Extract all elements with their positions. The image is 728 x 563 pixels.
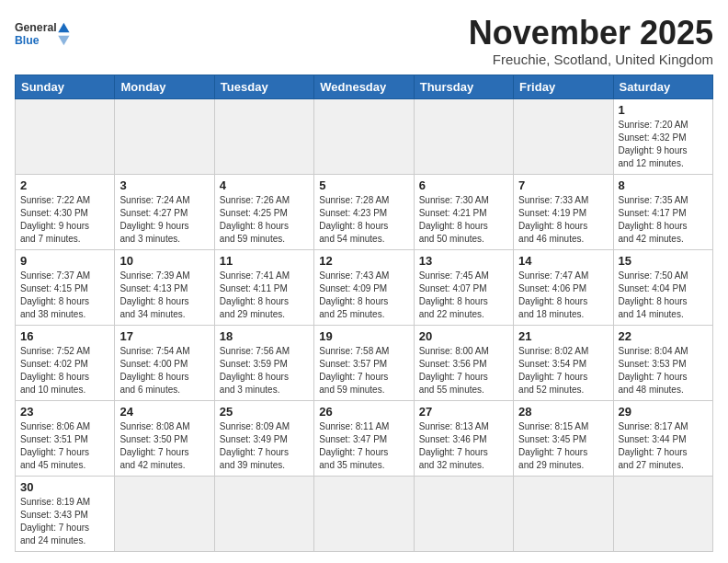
calendar-cell: 13Sunrise: 7:45 AM Sunset: 4:07 PM Dayli… (414, 249, 513, 325)
day-info: Sunrise: 7:50 AM Sunset: 4:04 PM Dayligh… (619, 270, 708, 321)
calendar-cell: 24Sunrise: 8:08 AM Sunset: 3:50 PM Dayli… (115, 400, 214, 476)
day-info: Sunrise: 8:02 AM Sunset: 3:54 PM Dayligh… (518, 345, 608, 396)
svg-text:Blue: Blue (15, 34, 40, 47)
calendar-cell (514, 98, 613, 174)
day-info: Sunrise: 7:52 AM Sunset: 4:02 PM Dayligh… (20, 345, 109, 396)
day-number: 25 (220, 405, 309, 419)
day-info: Sunrise: 7:24 AM Sunset: 4:27 PM Dayligh… (119, 194, 209, 246)
day-number: 7 (518, 178, 608, 192)
calendar-cell: 27Sunrise: 8:13 AM Sunset: 3:46 PM Dayli… (414, 400, 513, 476)
calendar-row-5: 30Sunrise: 8:19 AM Sunset: 3:43 PM Dayli… (16, 476, 713, 551)
day-info: Sunrise: 7:37 AM Sunset: 4:15 PM Dayligh… (20, 270, 109, 321)
calendar-cell: 3Sunrise: 7:24 AM Sunset: 4:27 PM Daylig… (115, 174, 214, 249)
day-info: Sunrise: 7:54 AM Sunset: 4:00 PM Dayligh… (119, 345, 209, 396)
calendar-cell: 2Sunrise: 7:22 AM Sunset: 4:30 PM Daylig… (16, 174, 115, 249)
day-info: Sunrise: 8:09 AM Sunset: 3:49 PM Dayligh… (220, 420, 309, 472)
day-info: Sunrise: 7:20 AM Sunset: 4:32 PM Dayligh… (619, 119, 708, 170)
calendar-cell: 14Sunrise: 7:47 AM Sunset: 4:06 PM Dayli… (514, 249, 613, 325)
svg-marker-3 (58, 36, 69, 46)
calendar-cell: 23Sunrise: 8:06 AM Sunset: 3:51 PM Dayli… (16, 400, 115, 476)
day-number: 10 (119, 254, 209, 268)
weekday-header-wednesday: Wednesday (314, 75, 414, 98)
calendar-cell (214, 98, 313, 174)
day-info: Sunrise: 7:58 AM Sunset: 3:57 PM Dayligh… (319, 345, 408, 396)
calendar-cell: 9Sunrise: 7:37 AM Sunset: 4:15 PM Daylig… (16, 249, 115, 325)
calendar-cell: 4Sunrise: 7:26 AM Sunset: 4:25 PM Daylig… (214, 174, 313, 249)
day-number: 29 (619, 405, 708, 419)
day-number: 5 (319, 178, 408, 192)
calendar-cell (115, 476, 214, 551)
weekday-header-row: SundayMondayTuesdayWednesdayThursdayFrid… (16, 75, 713, 98)
day-info: Sunrise: 8:11 AM Sunset: 3:47 PM Dayligh… (319, 420, 408, 472)
calendar-cell: 17Sunrise: 7:54 AM Sunset: 4:00 PM Dayli… (115, 325, 214, 400)
calendar-cell: 30Sunrise: 8:19 AM Sunset: 3:43 PM Dayli… (16, 476, 115, 551)
day-info: Sunrise: 8:06 AM Sunset: 3:51 PM Dayligh… (20, 420, 109, 472)
calendar-cell (613, 476, 712, 551)
day-number: 12 (319, 254, 408, 268)
calendar-cell: 15Sunrise: 7:50 AM Sunset: 4:04 PM Dayli… (613, 249, 712, 325)
calendar-row-1: 2Sunrise: 7:22 AM Sunset: 4:30 PM Daylig… (16, 174, 713, 249)
calendar-cell: 12Sunrise: 7:43 AM Sunset: 4:09 PM Dayli… (314, 249, 414, 325)
calendar-table: SundayMondayTuesdayWednesdayThursdayFrid… (15, 75, 713, 552)
day-number: 2 (20, 178, 109, 192)
day-info: Sunrise: 7:22 AM Sunset: 4:30 PM Dayligh… (20, 194, 109, 246)
day-number: 18 (220, 329, 309, 343)
day-number: 27 (419, 405, 508, 419)
calendar-row-3: 16Sunrise: 7:52 AM Sunset: 4:02 PM Dayli… (16, 325, 713, 400)
day-info: Sunrise: 8:00 AM Sunset: 3:56 PM Dayligh… (419, 345, 508, 396)
day-info: Sunrise: 7:28 AM Sunset: 4:23 PM Dayligh… (319, 194, 408, 246)
calendar-cell: 26Sunrise: 8:11 AM Sunset: 3:47 PM Dayli… (314, 400, 414, 476)
title-area: November 2025 Freuchie, Scotland, United… (469, 15, 713, 67)
month-title: November 2025 (469, 15, 713, 52)
page-header: General Blue November 2025 Freuchie, Sco… (15, 15, 713, 67)
weekday-header-sunday: Sunday (16, 75, 115, 98)
calendar-cell: 19Sunrise: 7:58 AM Sunset: 3:57 PM Dayli… (314, 325, 414, 400)
calendar-cell: 22Sunrise: 8:04 AM Sunset: 3:53 PM Dayli… (613, 325, 712, 400)
calendar-cell: 11Sunrise: 7:41 AM Sunset: 4:11 PM Dayli… (214, 249, 313, 325)
day-number: 26 (319, 405, 408, 419)
calendar-cell: 7Sunrise: 7:33 AM Sunset: 4:19 PM Daylig… (514, 174, 613, 249)
day-number: 15 (619, 254, 708, 268)
calendar-cell (115, 98, 214, 174)
day-number: 11 (220, 254, 309, 268)
calendar-row-2: 9Sunrise: 7:37 AM Sunset: 4:15 PM Daylig… (16, 249, 713, 325)
day-number: 9 (20, 254, 109, 268)
location-subtitle: Freuchie, Scotland, United Kingdom (469, 52, 713, 67)
weekday-header-thursday: Thursday (414, 75, 513, 98)
calendar-cell (414, 98, 513, 174)
calendar-cell (214, 476, 313, 551)
calendar-row-4: 23Sunrise: 8:06 AM Sunset: 3:51 PM Dayli… (16, 400, 713, 476)
day-info: Sunrise: 8:17 AM Sunset: 3:44 PM Dayligh… (619, 420, 708, 472)
calendar-cell (414, 476, 513, 551)
calendar-row-0: 1Sunrise: 7:20 AM Sunset: 4:32 PM Daylig… (16, 98, 713, 174)
svg-text:General: General (15, 21, 57, 34)
calendar-cell: 29Sunrise: 8:17 AM Sunset: 3:44 PM Dayli… (613, 400, 712, 476)
day-number: 19 (319, 329, 408, 343)
day-number: 4 (220, 178, 309, 192)
day-info: Sunrise: 8:04 AM Sunset: 3:53 PM Dayligh… (619, 345, 708, 396)
day-number: 14 (518, 254, 608, 268)
calendar-cell (16, 98, 115, 174)
day-info: Sunrise: 7:26 AM Sunset: 4:25 PM Dayligh… (220, 194, 309, 246)
calendar-cell (314, 98, 414, 174)
day-number: 30 (20, 480, 109, 494)
day-info: Sunrise: 7:56 AM Sunset: 3:59 PM Dayligh… (220, 345, 309, 396)
calendar-cell: 1Sunrise: 7:20 AM Sunset: 4:32 PM Daylig… (613, 98, 712, 174)
calendar-cell: 5Sunrise: 7:28 AM Sunset: 4:23 PM Daylig… (314, 174, 414, 249)
day-number: 3 (119, 178, 209, 192)
day-number: 16 (20, 329, 109, 343)
day-info: Sunrise: 7:45 AM Sunset: 4:07 PM Dayligh… (419, 270, 508, 321)
day-number: 22 (619, 329, 708, 343)
calendar-cell: 8Sunrise: 7:35 AM Sunset: 4:17 PM Daylig… (613, 174, 712, 249)
calendar-cell: 28Sunrise: 8:15 AM Sunset: 3:45 PM Dayli… (514, 400, 613, 476)
day-info: Sunrise: 8:15 AM Sunset: 3:45 PM Dayligh… (518, 420, 608, 472)
calendar-cell: 16Sunrise: 7:52 AM Sunset: 4:02 PM Dayli… (16, 325, 115, 400)
day-number: 13 (419, 254, 508, 268)
day-info: Sunrise: 7:47 AM Sunset: 4:06 PM Dayligh… (518, 270, 608, 321)
day-number: 20 (419, 329, 508, 343)
logo-svg: General Blue (15, 15, 79, 53)
day-info: Sunrise: 7:43 AM Sunset: 4:09 PM Dayligh… (319, 270, 408, 321)
day-info: Sunrise: 8:19 AM Sunset: 3:43 PM Dayligh… (20, 496, 109, 547)
weekday-header-friday: Friday (514, 75, 613, 98)
day-info: Sunrise: 7:39 AM Sunset: 4:13 PM Dayligh… (119, 270, 209, 321)
